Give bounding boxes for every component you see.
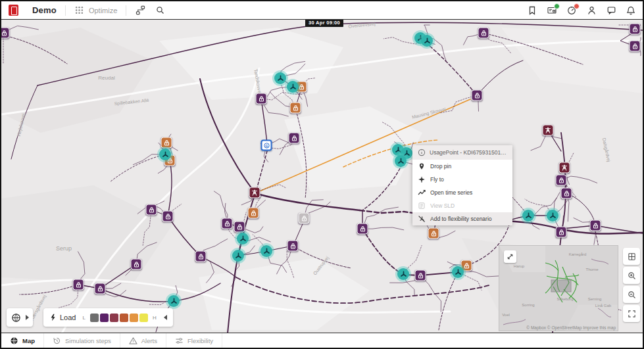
minimap-place-label: Linå Gab	[595, 304, 611, 308]
fullscreen-button[interactable]	[623, 305, 640, 322]
context-menu-item-label: Drop pin	[430, 163, 451, 170]
map-place-label: Reudal	[98, 75, 114, 81]
substation-marker[interactable]	[357, 223, 368, 235]
minimap-place-label: Harup	[514, 264, 524, 268]
substation-disabled-marker[interactable]	[299, 213, 310, 224]
map-attribution[interactable]: © Mapbox © OpenStreetMap Improve this ma…	[526, 325, 616, 330]
substation-marker[interactable]	[95, 283, 106, 294]
chevron-right-icon[interactable]	[26, 315, 29, 320]
zoom-out-button[interactable]	[623, 286, 640, 303]
pin-icon	[418, 162, 426, 170]
substation-marker[interactable]	[131, 259, 142, 270]
user-icon[interactable]	[585, 4, 598, 17]
substation-marker[interactable]	[0, 28, 10, 39]
tab-map[interactable]: Map	[1, 333, 44, 348]
optimize-menu-button[interactable]: Optimize	[74, 5, 117, 16]
context-menu-item-open-time-series[interactable]: Open time series	[412, 186, 512, 199]
turbine-marker[interactable]	[547, 210, 558, 221]
load-color-swatch	[120, 314, 128, 322]
substation-marker[interactable]	[222, 218, 233, 229]
substation-secondary-marker[interactable]	[161, 137, 172, 149]
minimap-place-label: Thorne	[585, 268, 598, 271]
app-logo[interactable]	[9, 5, 18, 16]
turbine-marker[interactable]	[260, 245, 272, 257]
turbine-marker[interactable]	[237, 233, 249, 244]
turbine-marker[interactable]	[232, 250, 244, 262]
turbine-marker[interactable]	[395, 155, 407, 167]
layers-grid-button[interactable]	[623, 248, 640, 265]
substation-marker[interactable]	[146, 204, 157, 216]
substation-marker[interactable]	[630, 41, 641, 52]
turbine-marker[interactable]	[159, 149, 171, 160]
minimap-place-label: Karregård	[569, 252, 587, 256]
basemap-globe-button[interactable]	[7, 308, 33, 327]
turbine-marker[interactable]	[452, 266, 464, 278]
context-menu-item-fly-to[interactable]: Fly to	[412, 173, 512, 186]
turbine-marker[interactable]	[421, 35, 433, 47]
app-window: SerupReudalSpillebakken AlléTandskovvejM…	[0, 0, 644, 349]
map-place-label: Serup	[56, 245, 72, 252]
load-color-scale	[90, 314, 148, 322]
substation-secondary-marker[interactable]	[248, 208, 259, 219]
bookmark-icon[interactable]	[526, 4, 539, 17]
chat-icon[interactable]	[605, 4, 618, 17]
overview-minimap[interactable]: KarregårdThorneHarupSilkeborgSerningLinå…	[499, 245, 618, 331]
turbine-marker[interactable]	[168, 295, 180, 307]
plane-icon	[418, 175, 426, 183]
context-menu-item-drop-pin[interactable]: Drop pin	[412, 160, 512, 173]
substation-marker[interactable]	[561, 188, 572, 199]
context-menu-item-label: Open time series	[430, 189, 472, 196]
scenario-card-icon[interactable]	[545, 4, 558, 17]
gauge-icon[interactable]	[565, 4, 578, 17]
map-controls	[623, 248, 640, 322]
chevron-left-icon[interactable]	[164, 315, 167, 320]
minimap-collapse-button[interactable]	[504, 250, 516, 263]
pylon-marker[interactable]	[543, 125, 554, 136]
tab-simulation-steps[interactable]: Simulation steps	[44, 333, 120, 348]
globe-icon	[11, 312, 21, 323]
map-context-menu: UsagePoint - KDI6759315014 (8… Drop pinF…	[412, 145, 512, 225]
tab-label: Flexibility	[187, 337, 213, 344]
substation-marker[interactable]	[556, 227, 567, 238]
turbine-marker[interactable]	[397, 268, 409, 280]
pylon-marker[interactable]	[559, 162, 570, 174]
top-navigation-bar: Demo Optimize	[1, 1, 643, 20]
substation-marker[interactable]	[478, 28, 489, 39]
tab-flexibility[interactable]: Flexibility	[166, 333, 222, 348]
substation-marker[interactable]	[630, 24, 641, 35]
substation-marker[interactable]	[590, 220, 601, 231]
tab-label: Alerts	[141, 337, 157, 344]
zoom-in-button[interactable]	[623, 267, 640, 284]
turbine-marker[interactable]	[522, 210, 534, 221]
substation-marker[interactable]	[195, 251, 207, 262]
turbine-marker[interactable]	[287, 81, 299, 93]
tab-label: Simulation steps	[65, 337, 111, 344]
warning-icon	[129, 337, 137, 345]
minimap-viewport-rect[interactable]	[551, 280, 571, 292]
substation-marker[interactable]	[289, 133, 300, 144]
info-icon	[418, 149, 426, 156]
context-menu-item-label: View SLD	[430, 202, 455, 209]
search-icon[interactable]	[155, 5, 165, 16]
generator-marker[interactable]: G	[261, 140, 272, 151]
substation-marker[interactable]	[556, 175, 567, 186]
bottom-tab-bar: MapSimulation stepsAlertsFlexibility	[1, 333, 643, 348]
pylon-marker[interactable]	[249, 187, 260, 198]
context-menu-item-add-to-flexibility-scenario[interactable]: Add to flexibility scenario	[412, 212, 512, 225]
substation-marker[interactable]	[415, 270, 426, 281]
turbine-marker[interactable]	[274, 72, 286, 84]
load-color-swatch	[100, 314, 109, 322]
tab-alerts[interactable]: Alerts	[120, 333, 166, 348]
network-hierarchy-icon[interactable]	[135, 5, 145, 16]
substation-secondary-marker[interactable]	[290, 103, 301, 114]
substation-marker[interactable]	[287, 241, 299, 252]
substation-secondary-marker[interactable]	[428, 228, 439, 239]
substation-marker[interactable]	[256, 93, 267, 105]
substation-marker[interactable]	[472, 90, 483, 101]
bell-icon[interactable]	[624, 4, 637, 17]
substation-marker[interactable]	[162, 211, 174, 222]
substation-marker[interactable]	[234, 221, 245, 233]
context-menu-item-label: Add to flexibility scenario	[430, 216, 492, 222]
load-bolt-icon	[49, 314, 57, 321]
substation-marker[interactable]	[73, 279, 84, 291]
